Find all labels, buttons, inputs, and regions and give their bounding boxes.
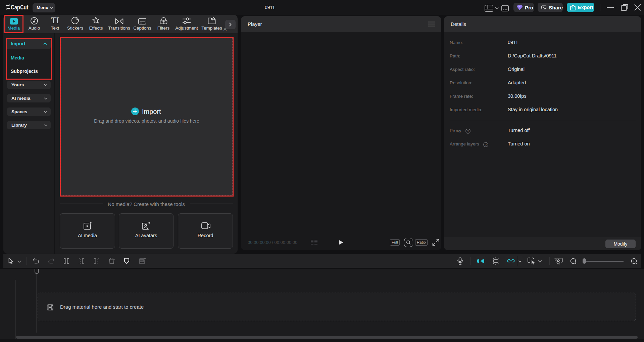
svg-text:?: ?	[485, 143, 487, 146]
svg-text:?: ?	[467, 129, 469, 133]
